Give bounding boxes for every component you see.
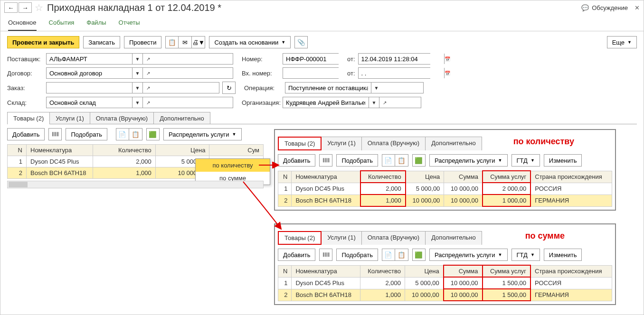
gtd-button[interactable]: ГТД▼ bbox=[511, 249, 540, 261]
order-label: Заказ: bbox=[7, 84, 43, 92]
sum-table: N Номенклатура Количество Цена Сумма Сум… bbox=[278, 265, 612, 301]
nav-events[interactable]: События bbox=[49, 16, 75, 31]
col-qty: Количество bbox=[93, 145, 156, 156]
star-icon[interactable]: ☆ bbox=[35, 2, 43, 13]
mail-icon[interactable]: ✉ bbox=[179, 36, 192, 48]
dropdown-icon[interactable]: ▼ bbox=[132, 97, 142, 108]
close-icon[interactable]: ✕ bbox=[635, 4, 640, 11]
select-button[interactable]: Подобрать bbox=[336, 154, 378, 167]
tab-goods[interactable]: Товары (2) bbox=[7, 112, 50, 124]
org-input[interactable] bbox=[283, 97, 369, 108]
panel-by-qty: Товары (2) Услуги (1) Оплата (Вручную) Д… bbox=[274, 129, 616, 211]
nav-main[interactable]: Основное bbox=[8, 16, 37, 31]
add-button[interactable]: Добавить bbox=[278, 154, 315, 167]
paste-icon[interactable]: 📋 bbox=[395, 154, 408, 167]
open-icon[interactable]: ↗ bbox=[379, 97, 389, 108]
add-button[interactable]: Добавить bbox=[7, 128, 45, 140]
open-icon[interactable]: ↗ bbox=[142, 68, 153, 78]
contract-input[interactable] bbox=[47, 68, 132, 78]
barcode-icon[interactable]: ⦀⦀⦀ bbox=[319, 249, 332, 261]
attach-icon[interactable]: 📎 bbox=[294, 36, 308, 48]
order-input[interactable] bbox=[47, 83, 132, 93]
tab-services[interactable]: Услуги (1) bbox=[49, 112, 90, 124]
open-icon[interactable]: ↗ bbox=[142, 97, 153, 108]
panel-title: по сумме bbox=[525, 231, 565, 241]
barcode-icon[interactable]: ⦀⦀⦀ bbox=[48, 128, 62, 140]
innum-input[interactable] bbox=[283, 68, 369, 78]
post-button[interactable]: Провести bbox=[124, 36, 162, 48]
table-row[interactable]: 1Dyson DC45 Plus 2,0005 000,00 10 000,00… bbox=[278, 183, 612, 195]
supplier-input[interactable] bbox=[47, 54, 132, 64]
distribute-button[interactable]: Распределить услуги▼ bbox=[163, 128, 242, 140]
page-title: Приходная накладная 1 от 12.04.2019 * bbox=[47, 2, 221, 13]
change-button[interactable]: Изменить bbox=[544, 154, 582, 167]
tab-additional[interactable]: Дополнительно bbox=[153, 112, 210, 124]
copy-icon[interactable]: 📄 bbox=[382, 249, 395, 261]
number-label: Номер: bbox=[242, 56, 280, 63]
copy-icon[interactable]: 📄 bbox=[382, 154, 395, 167]
warehouse-input[interactable] bbox=[47, 97, 132, 108]
back-button[interactable]: ← bbox=[4, 2, 18, 13]
color-icon[interactable]: 🟩 bbox=[412, 154, 426, 167]
gtd-button[interactable]: ГТД▼ bbox=[511, 154, 540, 167]
number-input[interactable] bbox=[283, 54, 369, 64]
select-button[interactable]: Подобрать bbox=[336, 249, 378, 261]
chat-icon: 💬 bbox=[581, 4, 589, 11]
dropdown-icon[interactable]: ▼ bbox=[132, 83, 142, 93]
nav-files[interactable]: Файлы bbox=[86, 16, 106, 31]
change-button[interactable]: Изменить bbox=[544, 249, 582, 261]
tab-services[interactable]: Услуги (1) bbox=[321, 231, 361, 245]
table-row[interactable]: 2Bosch BCH 6ATH18 1,00010 000,00 10 000,… bbox=[278, 289, 612, 301]
operation-label: Операция: bbox=[244, 84, 282, 92]
tab-payment[interactable]: Оплата (Вручную) bbox=[90, 112, 154, 124]
from-label: от: bbox=[347, 56, 355, 63]
col-name: Номенклатура bbox=[27, 145, 93, 156]
dropdown-icon[interactable]: ▼ bbox=[369, 97, 379, 108]
color-icon[interactable]: 🟩 bbox=[146, 128, 160, 140]
contract-label: Договор: bbox=[7, 70, 43, 77]
open-icon[interactable]: ↗ bbox=[142, 54, 153, 64]
table-row[interactable]: 1Dyson DC45 Plus 2,0005 000,00 10 000,00… bbox=[278, 277, 612, 289]
tab-payment[interactable]: Оплата (Вручную) bbox=[361, 231, 426, 245]
tab-services[interactable]: Услуги (1) bbox=[321, 137, 361, 150]
calendar-icon[interactable]: 📅 bbox=[444, 68, 450, 78]
report-icon[interactable]: 📋 bbox=[165, 36, 179, 48]
operation-input[interactable] bbox=[285, 83, 371, 93]
tab-additional[interactable]: Дополнительно bbox=[425, 137, 482, 150]
tab-additional[interactable]: Дополнительно bbox=[425, 231, 482, 245]
paste-icon[interactable]: 📋 bbox=[395, 249, 408, 261]
save-button[interactable]: Записать bbox=[83, 36, 120, 48]
forward-button[interactable]: → bbox=[19, 2, 32, 13]
calendar-icon[interactable]: 📅 bbox=[444, 54, 450, 64]
open-icon[interactable]: ↗ bbox=[142, 83, 153, 93]
refresh-icon[interactable]: ↻ bbox=[222, 82, 236, 94]
dropdown-icon[interactable]: ▼ bbox=[132, 68, 142, 78]
col-sum: Сум bbox=[209, 145, 264, 156]
paste-icon[interactable]: 📋 bbox=[129, 128, 142, 140]
col-price: Цена bbox=[155, 145, 209, 156]
post-close-button[interactable]: Провести и закрыть bbox=[7, 36, 79, 48]
dropdown-icon[interactable]: ▼ bbox=[132, 54, 142, 64]
date-input[interactable] bbox=[359, 54, 444, 64]
scrollbar-h[interactable] bbox=[7, 181, 264, 188]
tab-payment[interactable]: Оплата (Вручную) bbox=[361, 137, 426, 150]
barcode-icon[interactable]: ⦀⦀⦀ bbox=[319, 154, 332, 167]
select-button[interactable]: Подобрать bbox=[66, 128, 107, 140]
copy-icon[interactable]: 📄 bbox=[116, 128, 129, 140]
warehouse-label: Склад: bbox=[7, 99, 43, 106]
create-based-button[interactable]: Создать на основании▼ bbox=[209, 36, 291, 48]
indate-input[interactable] bbox=[359, 68, 444, 78]
tab-goods[interactable]: Товары (2) bbox=[278, 231, 322, 245]
distribute-button[interactable]: Распределить услуги▼ bbox=[429, 154, 508, 167]
color-icon[interactable]: 🟩 bbox=[412, 249, 426, 261]
print-icon[interactable]: 🖨▼ bbox=[192, 36, 205, 48]
nav-reports[interactable]: Отчеты bbox=[119, 16, 140, 31]
more-button[interactable]: Еще▼ bbox=[607, 36, 637, 48]
distribute-button[interactable]: Распределить услуги▼ bbox=[429, 249, 508, 261]
dropdown-icon[interactable]: ▼ bbox=[371, 83, 381, 93]
supplier-label: Поставщик: bbox=[7, 56, 43, 63]
tab-goods[interactable]: Товары (2) bbox=[278, 137, 322, 150]
add-button[interactable]: Добавить bbox=[278, 249, 315, 261]
table-row[interactable]: 2Bosch BCH 6ATH18 1,00010 000,00 10 000,… bbox=[278, 195, 612, 206]
discuss-link[interactable]: 💬 Обсуждение bbox=[581, 4, 628, 11]
